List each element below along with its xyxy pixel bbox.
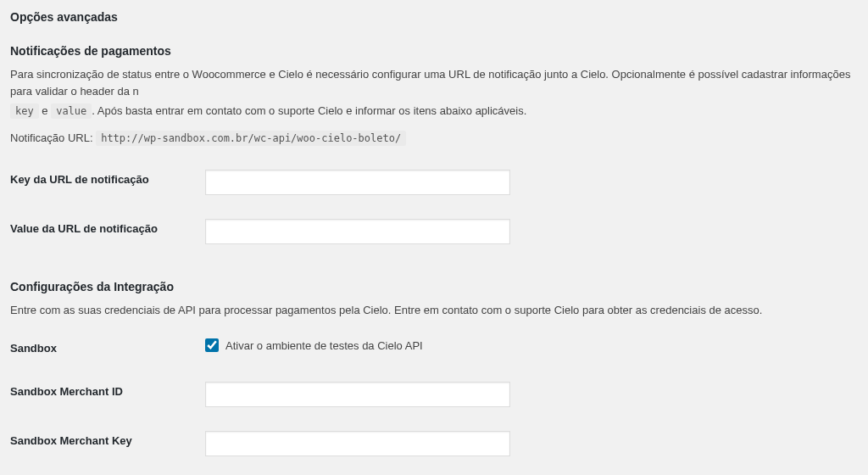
sandbox-checkbox-text: Ativar o ambiente de testes da Cielo API [225,339,423,352]
notification-value-input[interactable] [205,219,510,244]
notifications-desc-part1: Para sincronização de status entre o Woo… [10,68,850,98]
sandbox-row: Sandbox Ativar o ambiente de testes da C… [10,327,858,370]
integration-description: Entre com as suas credenciais de API par… [10,302,858,319]
sandbox-merchant-key-input[interactable] [205,431,510,456]
sandbox-merchant-key-row: Sandbox Merchant Key [10,419,858,468]
sandbox-checkbox[interactable] [205,338,219,352]
notification-key-input[interactable] [205,170,510,195]
sandbox-merchant-id-row: Sandbox Merchant ID [10,370,858,419]
sandbox-merchant-key-label: Sandbox Merchant Key [10,419,205,468]
notifications-description-line2: key e value. Após basta entrar em contat… [10,103,858,120]
advanced-options-title: Opções avançadas [10,10,858,24]
enable-log-row: Habilitar Log Habilitar Log [10,468,858,475]
integration-form-table: Sandbox Ativar o ambiente de testes da C… [10,327,858,475]
code-value: value [51,103,92,119]
enable-log-label: Habilitar Log [10,468,205,475]
notification-url-line: Notificação URL: http://wp-sandbox.com.b… [10,131,858,144]
code-key: key [10,103,39,119]
notifications-desc-e: e [39,104,51,117]
notification-key-label: Key da URL de notificação [10,158,205,207]
notifications-description: Para sincronização de status entre o Woo… [10,66,858,99]
sandbox-merchant-id-label: Sandbox Merchant ID [10,370,205,419]
sandbox-checkbox-label[interactable]: Ativar o ambiente de testes da Cielo API [205,338,423,352]
sandbox-label: Sandbox [10,327,205,370]
integration-title: Configurações da Integração [10,280,858,293]
notifications-form-table: Key da URL de notificação Value da URL d… [10,158,858,256]
notifications-title: Notificações de pagamentos [10,44,858,58]
notification-value-label: Value da URL de notificação [10,207,205,256]
notification-value-row: Value da URL de notificação [10,207,858,256]
notification-url-value: http://wp-sandbox.com.br/wc-api/woo-ciel… [96,131,406,146]
notification-url-label: Notificação URL: [10,131,96,144]
sandbox-merchant-id-input[interactable] [205,382,510,407]
notification-key-row: Key da URL de notificação [10,158,858,207]
notifications-desc-part2: . Após basta entrar em contato com o sup… [92,104,526,117]
